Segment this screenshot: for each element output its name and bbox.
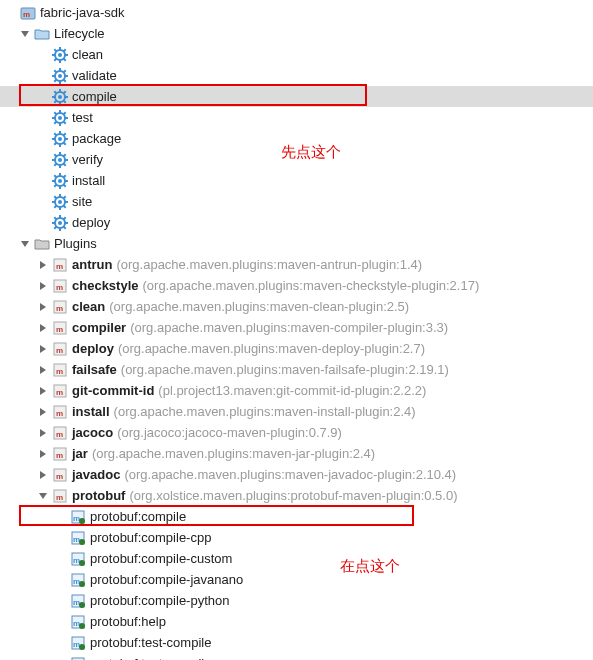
goal-label: protobuf:compile-custom (90, 551, 232, 566)
svg-line-51 (64, 133, 66, 135)
plugin-name: deploy (72, 341, 114, 356)
maven-plugin-icon: m (52, 278, 68, 294)
maven-goal-icon: m (70, 551, 86, 567)
goal-row[interactable]: mprotobuf:test-compile-cpp (0, 653, 593, 660)
svg-line-68 (54, 175, 56, 177)
phase-clean[interactable]: clean (0, 44, 593, 65)
collapsed-icon[interactable] (36, 384, 50, 398)
phase-site[interactable]: site (0, 191, 593, 212)
plugin-name: protobuf (72, 488, 125, 503)
plugin-row[interactable]: minstall(org.apache.maven.plugins:maven-… (0, 401, 593, 422)
svg-point-43 (58, 137, 62, 141)
collapsed-icon[interactable] (36, 447, 50, 461)
plugin-hint: (org.apache.maven.plugins:maven-failsafe… (121, 362, 449, 377)
plugin-row[interactable]: mjavadoc(org.apache.maven.plugins:maven-… (0, 464, 593, 485)
svg-point-118 (79, 518, 85, 524)
gear-icon (52, 152, 68, 168)
svg-text:m: m (56, 346, 63, 355)
svg-point-127 (79, 581, 85, 587)
svg-line-90 (54, 226, 56, 228)
svg-line-41 (64, 112, 66, 114)
plugin-row[interactable]: mcompiler(org.apache.maven.plugins:maven… (0, 317, 593, 338)
maven-goal-icon: m (70, 593, 86, 609)
svg-line-39 (64, 121, 66, 123)
phase-test[interactable]: test (0, 107, 593, 128)
expanded-icon[interactable] (18, 237, 32, 251)
maven-plugin-icon: m (52, 467, 68, 483)
phase-validate[interactable]: validate (0, 65, 593, 86)
maven-plugin-icon: m (52, 257, 68, 273)
phase-label: validate (72, 68, 117, 83)
goal-row[interactable]: mprotobuf:compile-cpp (0, 527, 593, 548)
plugin-row[interactable]: mfailsafe(org.apache.maven.plugins:maven… (0, 359, 593, 380)
svg-line-71 (64, 175, 66, 177)
goal-label: protobuf:test-compile-cpp (90, 656, 237, 660)
goal-row[interactable]: mprotobuf:compile-python (0, 590, 593, 611)
goal-label: protobuf:help (90, 614, 166, 629)
svg-line-40 (54, 121, 56, 123)
svg-line-91 (64, 217, 66, 219)
maven-plugin-icon: m (52, 446, 68, 462)
plugin-name: clean (72, 299, 105, 314)
svg-point-133 (79, 623, 85, 629)
plugin-hint: (pl.project13.maven:git-commit-id-plugin… (158, 383, 426, 398)
expanded-icon[interactable] (18, 27, 32, 41)
gear-icon (52, 47, 68, 63)
plugin-row[interactable]: mclean(org.apache.maven.plugins:maven-cl… (0, 296, 593, 317)
gear-icon (52, 68, 68, 84)
svg-text:m: m (73, 556, 80, 565)
project-row[interactable]: m fabric-java-sdk (0, 2, 593, 23)
collapsed-icon[interactable] (36, 321, 50, 335)
plugin-row[interactable]: mdeploy(org.apache.maven.plugins:maven-d… (0, 338, 593, 359)
expanded-icon[interactable] (36, 489, 50, 503)
lifecycle-row[interactable]: Lifecycle (0, 23, 593, 44)
plugin-name: javadoc (72, 467, 120, 482)
svg-text:m: m (73, 535, 80, 544)
svg-text:m: m (56, 388, 63, 397)
plugins-label: Plugins (54, 236, 97, 251)
collapsed-icon[interactable] (36, 426, 50, 440)
goal-row[interactable]: mprotobuf:compile-javanano (0, 569, 593, 590)
svg-line-31 (64, 91, 66, 93)
maven-goal-icon: m (70, 656, 86, 661)
phase-install[interactable]: install (0, 170, 593, 191)
phase-deploy[interactable]: deploy (0, 212, 593, 233)
svg-line-29 (64, 100, 66, 102)
plugin-row[interactable]: mgit-commit-id(pl.project13.maven:git-co… (0, 380, 593, 401)
goal-protobuf-compile[interactable]: mprotobuf:compile (0, 506, 593, 527)
annotation-first: 先点这个 (281, 143, 341, 162)
collapsed-icon[interactable] (36, 279, 50, 293)
svg-point-136 (79, 644, 85, 650)
folder-icon (34, 26, 50, 42)
svg-text:m: m (56, 451, 63, 460)
goal-row[interactable]: mprotobuf:help (0, 611, 593, 632)
plugin-row[interactable]: mantrun(org.apache.maven.plugins:maven-a… (0, 254, 593, 275)
phase-compile[interactable]: compile (0, 86, 593, 107)
collapsed-icon[interactable] (36, 468, 50, 482)
collapsed-icon[interactable] (36, 342, 50, 356)
goal-row[interactable]: mprotobuf:test-compile (0, 632, 593, 653)
maven-plugin-icon: m (52, 383, 68, 399)
plugin-hint: (org.apache.maven.plugins:maven-javadoc-… (124, 467, 456, 482)
plugin-hint: (org.apache.maven.plugins:maven-antrun-p… (116, 257, 422, 272)
plugin-hint: (org.apache.maven.plugins:maven-deploy-p… (118, 341, 425, 356)
goal-label: protobuf:compile (90, 509, 186, 524)
plugin-row[interactable]: mjacoco(org.jacoco:jacoco-maven-plugin:0… (0, 422, 593, 443)
plugin-row[interactable]: mjar(org.apache.maven.plugins:maven-jar-… (0, 443, 593, 464)
plugins-row[interactable]: Plugins (0, 233, 593, 254)
collapsed-icon[interactable] (36, 363, 50, 377)
svg-text:m: m (56, 493, 63, 502)
svg-line-89 (64, 226, 66, 228)
collapsed-icon[interactable] (36, 258, 50, 272)
collapsed-icon[interactable] (36, 300, 50, 314)
goal-row[interactable]: mprotobuf:compile-custom (0, 548, 593, 569)
svg-line-48 (54, 133, 56, 135)
folder-icon (34, 236, 50, 252)
plugin-row[interactable]: mcheckstyle(org.apache.maven.plugins:mav… (0, 275, 593, 296)
svg-text:m: m (73, 640, 80, 649)
collapsed-icon[interactable] (36, 405, 50, 419)
svg-line-28 (54, 91, 56, 93)
plugin-name: install (72, 404, 110, 419)
plugin-protobuf-row[interactable]: mprotobuf(org.xolstice.maven.plugins:pro… (0, 485, 593, 506)
collapse-icon[interactable] (4, 6, 18, 20)
